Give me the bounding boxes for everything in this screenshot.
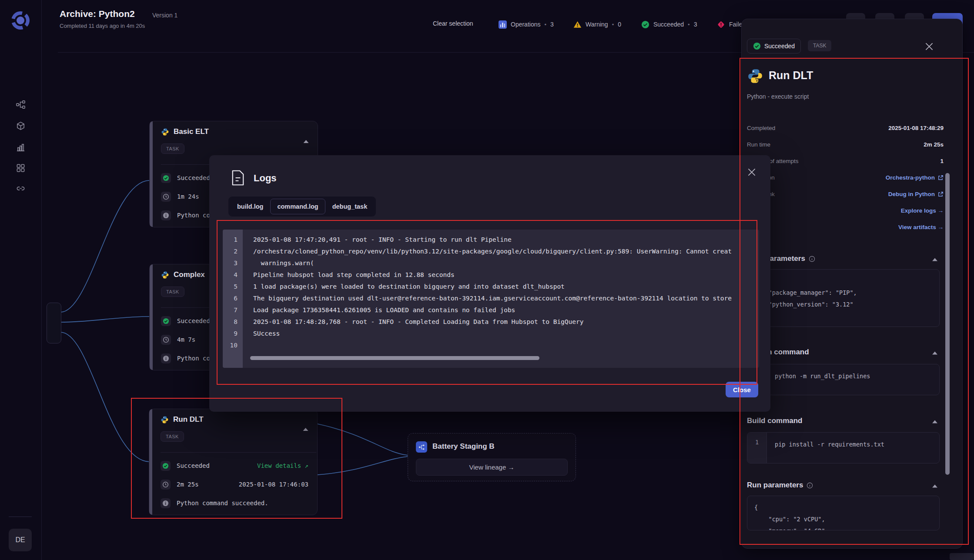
link-icon[interactable]	[16, 183, 26, 193]
node-finished-time: 2025-01-08 17:46:03	[239, 481, 308, 488]
logs-modal: Logs build.log command.log debug_task 12…	[209, 155, 770, 412]
task-type-badge: TASK	[161, 143, 184, 154]
cube-icon[interactable]	[16, 121, 26, 131]
pipeline-node-battery-staging-b[interactable]: Battery Staging B View lineage →	[408, 433, 576, 481]
check-icon	[161, 173, 171, 183]
log-tabs: build.log command.log debug_task	[228, 197, 376, 217]
bar-chart-icon[interactable]	[16, 142, 26, 152]
pipeline-node-title: Battery Staging B	[432, 442, 495, 451]
panel-scrollbar[interactable]	[945, 173, 950, 475]
log-horizontal-scrollbar[interactable]	[250, 356, 539, 360]
chevron-up-icon[interactable]	[303, 427, 308, 431]
tab-command-log[interactable]: command.log	[270, 199, 325, 214]
debug-link[interactable]: Debug in Python	[888, 191, 944, 197]
orchestra-logo-icon[interactable]	[10, 10, 30, 30]
modal-title: Logs	[254, 173, 277, 184]
check-icon	[161, 461, 171, 471]
view-artifacts-link[interactable]: View artifacts →	[898, 224, 944, 230]
node-status: Succeeded	[177, 462, 210, 469]
chevron-up-icon[interactable]	[303, 140, 309, 143]
task-node-run-dlt[interactable]: Run DLT TASK Succeeded View details ↗ 2m…	[149, 409, 318, 515]
node-divider	[161, 452, 316, 453]
node-runtime: 4m 7s	[177, 336, 195, 343]
log-content: 2025-01-08 17:47:20,491 - root - INFO - …	[243, 230, 759, 368]
node-title: Basic ELT	[174, 127, 209, 136]
python-icon	[161, 271, 169, 279]
status-badge-label: Succeeded	[764, 43, 795, 50]
info-icon	[809, 256, 815, 262]
tab-debug-task[interactable]: debug_task	[325, 199, 375, 214]
external-link-icon	[937, 191, 944, 197]
info-icon	[161, 353, 171, 363]
node-message: Python command succeeded.	[177, 500, 268, 507]
detail-row-logs: Logs Explore logs →	[747, 207, 944, 214]
tab-build-log[interactable]: build.log	[230, 199, 270, 214]
clock-icon	[161, 335, 171, 345]
log-line-numbers: 12 34 56 78 910	[223, 230, 243, 368]
detail-row-runtime: Run time 2m 25s	[747, 141, 944, 148]
sidebar: DE	[0, 0, 42, 560]
check-circle-icon	[753, 42, 761, 50]
detail-row-integration: Integration Orchestra-python	[747, 174, 944, 181]
lineage-node-icon	[416, 441, 427, 453]
modal-close-button[interactable]: Close	[726, 382, 758, 397]
node-status: Succeeded	[177, 174, 210, 181]
clock-icon	[161, 192, 171, 202]
detail-row-debug: Debug link Debug in Python	[747, 191, 944, 197]
build-command-code: 1 pip install -r requirements.txt	[747, 432, 940, 463]
node-status: Succeeded	[177, 317, 210, 324]
collapse-icon[interactable]	[932, 484, 938, 488]
python-icon	[161, 128, 169, 136]
node-runtime: 2m 25s	[177, 481, 199, 488]
section-build-command: Build command	[747, 417, 803, 425]
info-icon	[161, 210, 171, 220]
app-screen: DE Archive: Python2 Version 1 Completed …	[0, 0, 974, 560]
collapse-icon[interactable]	[932, 257, 938, 262]
detail-row-attempts: Number of attempts 1	[747, 158, 944, 164]
external-link-icon	[937, 175, 944, 181]
view-details-link[interactable]: View details ↗	[257, 462, 308, 469]
node-runtime: 1m 24s	[177, 193, 199, 200]
modal-close-icon[interactable]	[746, 167, 757, 178]
run-parameters-code: { "cpu": "2 vCPU", "memory": "4 GB"	[747, 496, 940, 530]
info-icon	[807, 482, 813, 489]
node-message-row: Python command succeeded.	[161, 497, 308, 509]
bottom-right-chip	[950, 553, 974, 560]
view-lineage-button[interactable]: View lineage →	[416, 459, 568, 476]
collapse-icon[interactable]	[932, 351, 938, 355]
row-value: 2025-01-08 17:48:29	[888, 125, 944, 131]
task-parameters-code: { "package_manager": "PIP", "python_vers…	[747, 269, 940, 327]
user-avatar[interactable]: DE	[9, 529, 32, 551]
python-icon	[747, 68, 763, 84]
line-number: 1	[747, 433, 767, 463]
info-icon	[161, 498, 171, 508]
python-command-code: 1 python -m run_dlt_pipelines	[747, 364, 940, 395]
sidebar-divider	[9, 517, 32, 517]
check-icon	[161, 316, 171, 326]
task-detail-panel: Succeeded TASK Run DLT Python - execute …	[741, 19, 963, 549]
row-label: Run time	[747, 141, 770, 148]
pipeline-start-node[interactable]	[47, 303, 61, 343]
python-icon	[161, 416, 169, 424]
log-viewer[interactable]: 12 34 56 78 910 2025-01-08 17:47:20,491 …	[223, 230, 759, 368]
row-value: 2m 25s	[924, 141, 944, 148]
task-type-badge: TASK	[161, 287, 184, 297]
node-runtime-row: 2m 25s 2025-01-08 17:46:03	[161, 479, 308, 490]
lineage-icon[interactable]	[16, 100, 26, 110]
section-run-parameters: Run parameters	[747, 481, 813, 490]
status-badge: Succeeded	[747, 39, 801, 53]
explore-logs-link[interactable]: Explore logs →	[901, 207, 944, 214]
task-type-badge: TASK	[161, 431, 184, 442]
detail-row-completed: Completed 2025-01-08 17:48:29	[747, 125, 944, 131]
node-title: Run DLT	[173, 415, 204, 424]
node-title: Complex	[174, 270, 205, 279]
collapse-icon[interactable]	[932, 420, 938, 424]
row-label: Completed	[747, 125, 775, 131]
document-icon	[231, 170, 245, 186]
detail-row-artifacts: Artifacts View artifacts →	[747, 224, 944, 230]
grid-icon[interactable]	[16, 163, 26, 173]
integration-link[interactable]: Orchestra-python	[886, 174, 944, 181]
node-status-row: Succeeded View details ↗	[161, 460, 308, 471]
panel-close-icon[interactable]	[924, 41, 935, 52]
row-value: 1	[940, 158, 944, 164]
